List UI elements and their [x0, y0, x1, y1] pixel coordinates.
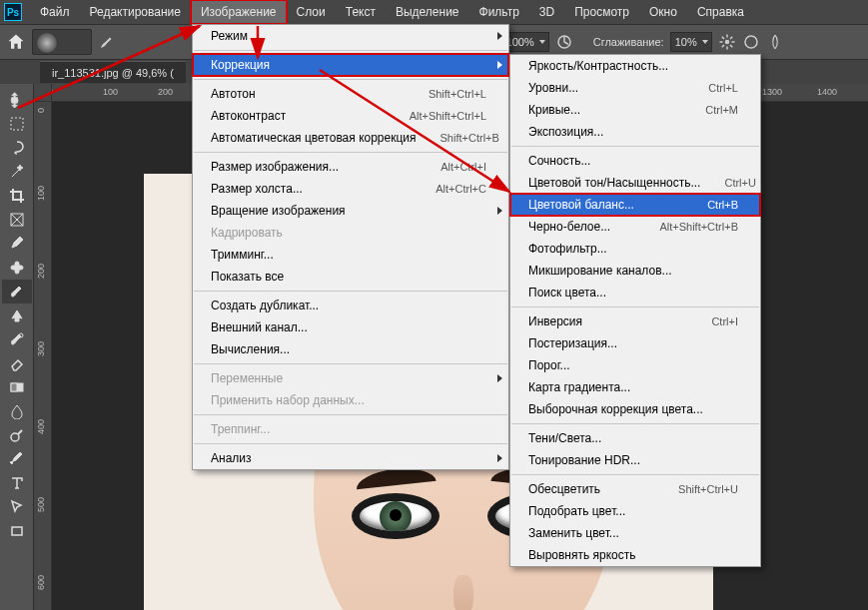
tool-marquee[interactable] — [2, 112, 32, 136]
menu-item[interactable]: АвтоконтрастAlt+Shift+Ctrl+L — [193, 105, 508, 127]
tool-type[interactable] — [2, 471, 32, 495]
menu-item-label: Анализ — [211, 451, 252, 465]
history-brush-icon — [9, 331, 25, 347]
path-select-icon — [9, 499, 25, 515]
menu-item-label: Уровни... — [528, 81, 578, 95]
smoothing-gear-icon[interactable] — [718, 33, 736, 51]
tool-healing[interactable] — [2, 256, 32, 280]
menu-item-label: Яркость/Контрастность... — [528, 59, 668, 73]
menu-окно[interactable]: Окно — [639, 0, 687, 24]
menu-item[interactable]: Фотофильтр... — [510, 238, 760, 260]
menu-item[interactable]: Заменить цвет... — [510, 522, 760, 544]
menu-item[interactable]: Создать дубликат... — [193, 295, 508, 316]
tool-lasso[interactable] — [2, 136, 32, 160]
tool-clone[interactable] — [2, 304, 32, 327]
menu-item-shortcut: Ctrl+L — [708, 82, 738, 94]
menu-слои[interactable]: Слои — [287, 0, 336, 24]
smoothing-select[interactable]: 10% — [670, 32, 712, 52]
document-tab[interactable]: ir_113531.jpg @ 49,6% ( — [40, 61, 186, 83]
menu-item-label: Порог... — [528, 358, 570, 372]
menu-item[interactable]: Постеризация... — [510, 332, 760, 354]
menu-файл[interactable]: Файл — [30, 0, 80, 24]
tool-frame[interactable] — [2, 208, 32, 232]
dodge-icon — [9, 427, 25, 443]
menu-item[interactable]: Режим — [193, 25, 508, 47]
menu-item[interactable]: Цветовой баланс...Ctrl+B — [510, 194, 760, 216]
menu-item[interactable]: Кривые...Ctrl+M — [510, 99, 760, 121]
tool-eyedropper[interactable] — [2, 232, 32, 256]
menu-текст[interactable]: Текст — [336, 0, 386, 24]
menu-item-shortcut: Ctrl+I — [711, 315, 738, 327]
menu-item[interactable]: Тени/Света... — [510, 427, 760, 449]
tool-pen[interactable] — [2, 447, 32, 471]
menu-item[interactable]: Вращение изображения — [193, 200, 508, 222]
tool-rectangle[interactable] — [2, 519, 32, 543]
menu-separator — [194, 414, 507, 415]
tool-path-select[interactable] — [2, 495, 32, 519]
menu-item[interactable]: Внешний канал... — [193, 316, 508, 338]
menu-item[interactable]: Сочность... — [510, 150, 760, 172]
menu-выделение[interactable]: Выделение — [386, 0, 469, 24]
tool-brush[interactable] — [2, 280, 32, 304]
menu-item[interactable]: Экспозиция... — [510, 121, 760, 143]
tool-magic-wand[interactable] — [2, 160, 32, 184]
menu-item-label: Режим — [211, 29, 248, 43]
menu-item-shortcut: Ctrl+B — [707, 199, 738, 211]
tool-move[interactable] — [2, 88, 32, 112]
menu-item[interactable]: Микширование каналов... — [510, 260, 760, 282]
menu-item-label: Переменные — [211, 371, 283, 385]
tool-crop[interactable] — [2, 184, 32, 208]
tool-eraser[interactable] — [2, 351, 32, 375]
submenu-arrow-icon — [497, 207, 502, 215]
menu-item[interactable]: Поиск цвета... — [510, 282, 760, 304]
svg-point-2 — [745, 36, 757, 48]
pressure-size-icon[interactable] — [742, 33, 760, 51]
menu-item[interactable]: АвтотонShift+Ctrl+L — [193, 83, 508, 105]
tool-dodge[interactable] — [2, 423, 32, 447]
menu-справка[interactable]: Справка — [687, 0, 754, 24]
eraser-icon — [9, 355, 25, 371]
menu-item-label: Внешний канал... — [211, 320, 308, 334]
brush-preset-picker[interactable] — [32, 29, 92, 55]
menu-item[interactable]: ОбесцветитьShift+Ctrl+U — [510, 478, 760, 500]
menu-item[interactable]: Цветовой тон/Насыщенность...Ctrl+U — [510, 172, 760, 194]
menu-item-label: Показать все — [211, 270, 284, 284]
menu-item[interactable]: Коррекция — [193, 54, 508, 76]
menu-item[interactable]: Вычисления... — [193, 338, 508, 360]
menu-item[interactable]: Тонирование HDR... — [510, 449, 760, 471]
menu-фильтр[interactable]: Фильтр — [469, 0, 529, 24]
menu-item[interactable]: Яркость/Контрастность... — [510, 55, 760, 77]
svg-rect-11 — [12, 527, 22, 535]
menu-item[interactable]: Тримминг... — [193, 244, 508, 266]
menu-item[interactable]: Черно-белое...Alt+Shift+Ctrl+B — [510, 216, 760, 238]
menu-item[interactable]: Выровнять яркость — [510, 544, 760, 566]
menu-item[interactable]: Порог... — [510, 354, 760, 376]
brush-panel-icon[interactable] — [98, 33, 116, 51]
menu-item[interactable]: Уровни...Ctrl+L — [510, 77, 760, 99]
symmetry-icon[interactable] — [766, 33, 784, 51]
menu-item-label: Заменить цвет... — [528, 526, 619, 540]
menu-separator — [194, 291, 507, 292]
tool-gradient[interactable] — [2, 375, 32, 399]
menu-item-label: Автоконтраст — [211, 109, 286, 123]
menu-item[interactable]: Автоматическая цветовая коррекцияShift+C… — [193, 127, 508, 149]
menu-редактирование[interactable]: Редактирование — [80, 0, 191, 24]
pressure-opacity-icon[interactable] — [555, 33, 573, 51]
tool-history-brush[interactable] — [2, 327, 32, 351]
tool-blur[interactable] — [2, 399, 32, 423]
home-icon[interactable] — [6, 32, 26, 52]
menu-item[interactable]: Карта градиента... — [510, 376, 760, 398]
menu-item: Переменные — [193, 367, 508, 389]
menu-item[interactable]: Подобрать цвет... — [510, 500, 760, 522]
menu-просмотр[interactable]: Просмотр — [564, 0, 639, 24]
menu-item[interactable]: Выборочная коррекция цвета... — [510, 398, 760, 420]
menu-item[interactable]: Размер изображения...Alt+Ctrl+I — [193, 156, 508, 178]
menu-item-label: Коррекция — [211, 58, 270, 72]
menu-item[interactable]: Размер холста...Alt+Ctrl+C — [193, 178, 508, 200]
menu-item[interactable]: Анализ — [193, 447, 508, 469]
smoothing-label: Сглаживание: — [593, 36, 664, 48]
menu-3d[interactable]: 3D — [529, 0, 564, 24]
menu-item[interactable]: ИнверсияCtrl+I — [510, 310, 760, 332]
menu-изображение[interactable]: Изображение — [191, 0, 287, 24]
menu-item[interactable]: Показать все — [193, 266, 508, 288]
